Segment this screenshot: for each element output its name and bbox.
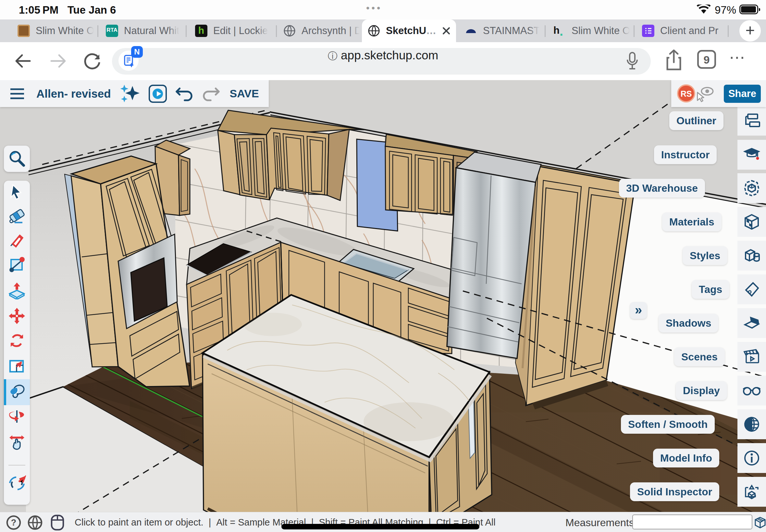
svg-text:?: ? (11, 518, 17, 527)
